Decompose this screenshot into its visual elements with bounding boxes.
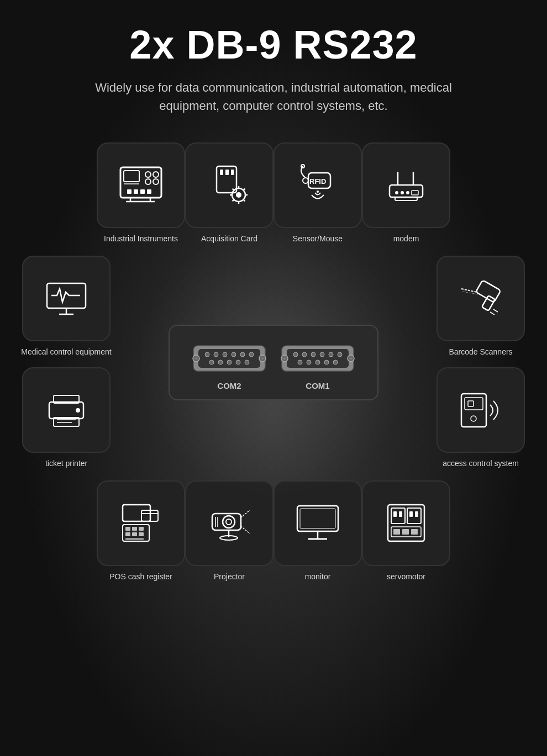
svg-rect-124 — [399, 511, 402, 517]
icon-item-sensor: RFID Sensor/Mouse — [274, 142, 362, 245]
projector-icon — [204, 498, 254, 548]
svg-point-54 — [223, 352, 227, 357]
svg-point-78 — [307, 360, 311, 364]
icon-box-monitor — [274, 480, 362, 566]
icon-box-barcode — [436, 256, 525, 341]
monitor-icon — [293, 498, 343, 548]
svg-point-6 — [153, 179, 159, 184]
svg-line-26 — [244, 188, 245, 190]
svg-rect-129 — [402, 529, 409, 535]
svg-rect-122 — [407, 508, 421, 524]
svg-line-27 — [233, 199, 234, 201]
svg-rect-104 — [139, 527, 144, 531]
svg-text:RFID: RFID — [309, 177, 326, 186]
svg-point-37 — [401, 191, 404, 194]
svg-rect-88 — [476, 280, 501, 303]
svg-rect-8 — [134, 189, 138, 194]
servo-icon — [381, 498, 431, 548]
label-access: access control system — [443, 458, 519, 469]
svg-rect-121 — [391, 508, 405, 524]
svg-rect-16 — [225, 170, 229, 175]
label-medical: Medical control equipment — [21, 347, 111, 358]
svg-point-111 — [226, 519, 232, 525]
svg-rect-107 — [139, 532, 144, 536]
pos-icon — [116, 498, 166, 548]
svg-rect-40 — [395, 197, 417, 200]
svg-point-71 — [293, 352, 298, 357]
icon-item-medical: Medical control equipment — [21, 256, 111, 358]
svg-point-80 — [324, 360, 329, 364]
svg-point-30 — [303, 178, 308, 183]
label-monitor: monitor — [305, 572, 331, 583]
mid-right: Barcode Scanners — [425, 256, 536, 469]
label-industrial: Industrial Instruments — [104, 234, 178, 245]
label-sensor: Sensor/Mouse — [293, 234, 343, 245]
svg-point-81 — [333, 360, 338, 364]
svg-point-49 — [76, 408, 80, 413]
medical-icon — [41, 273, 91, 323]
svg-rect-128 — [393, 529, 400, 535]
svg-rect-116 — [297, 506, 338, 531]
com1-label: COM1 — [306, 381, 329, 390]
svg-point-3 — [145, 172, 151, 177]
top-row: Industrial Instruments — [91, 142, 456, 245]
icon-box-access — [436, 367, 525, 453]
sdcard-icon — [204, 161, 254, 210]
svg-rect-117 — [300, 509, 335, 528]
svg-point-55 — [232, 352, 236, 357]
svg-rect-15 — [220, 170, 223, 175]
icon-box-pos — [97, 480, 185, 566]
svg-line-93 — [493, 309, 498, 312]
svg-rect-1 — [124, 171, 139, 182]
icon-box-sensor: RFID — [274, 142, 362, 228]
svg-rect-7 — [127, 189, 132, 194]
svg-rect-39 — [412, 191, 418, 195]
middle-section: Medical control equipment — [11, 256, 536, 469]
svg-point-32 — [317, 191, 319, 193]
svg-point-53 — [214, 352, 218, 357]
icon-box-modem — [362, 142, 450, 228]
svg-point-62 — [245, 360, 249, 364]
svg-line-25 — [244, 199, 245, 201]
label-modem: modem — [393, 234, 419, 245]
icon-box-servo — [362, 480, 450, 566]
svg-point-61 — [236, 360, 240, 364]
svg-point-5 — [145, 179, 151, 184]
access-icon — [456, 385, 506, 435]
icon-item-printer: ticket printer — [22, 367, 111, 469]
svg-point-59 — [218, 360, 223, 364]
db9-com1-icon — [279, 339, 356, 378]
svg-point-77 — [298, 360, 302, 364]
svg-point-74 — [320, 352, 324, 357]
modem-icon — [381, 161, 431, 210]
svg-line-92 — [490, 312, 495, 315]
label-barcode: Barcode Scanners — [449, 347, 512, 358]
svg-point-36 — [395, 191, 398, 194]
svg-point-72 — [302, 352, 307, 357]
icon-item-acquisition: Acquisition Card — [185, 142, 274, 245]
page-wrapper: 2x DB-9 RS232 Widely use for data commun… — [0, 0, 547, 756]
db9-com2-icon — [191, 339, 268, 378]
svg-rect-89 — [482, 295, 495, 311]
svg-line-24 — [233, 188, 234, 190]
svg-point-73 — [311, 352, 315, 357]
svg-point-52 — [205, 352, 209, 357]
label-pos: POS cash register — [109, 572, 172, 583]
svg-rect-102 — [125, 527, 130, 531]
svg-point-60 — [227, 360, 232, 364]
icon-item-projector: Projector — [185, 480, 274, 583]
icon-item-barcode: Barcode Scanners — [436, 256, 525, 358]
svg-point-56 — [240, 352, 245, 357]
com2-label: COM2 — [217, 381, 241, 390]
connector-box: COM2 — [169, 325, 378, 400]
main-title: 2x DB-9 RS232 — [129, 22, 417, 67]
label-printer: ticket printer — [45, 458, 87, 469]
svg-point-19 — [236, 192, 241, 198]
icon-box-projector — [185, 480, 274, 566]
svg-point-110 — [223, 516, 235, 528]
svg-point-75 — [329, 352, 333, 357]
svg-rect-106 — [132, 532, 137, 536]
svg-rect-10 — [147, 189, 151, 194]
svg-point-97 — [471, 416, 476, 421]
label-acquisition: Acquisition Card — [201, 234, 257, 245]
